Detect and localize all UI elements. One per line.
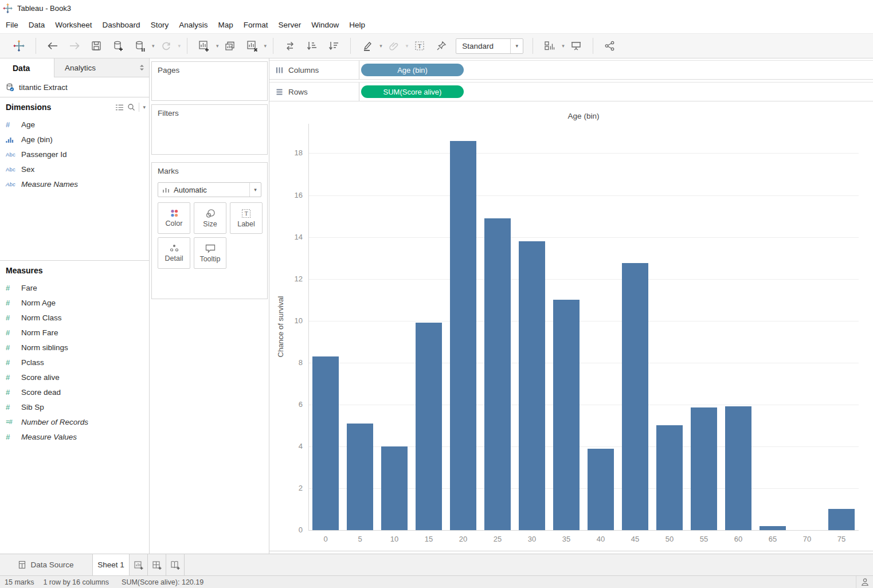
- color-button[interactable]: Color: [158, 202, 190, 234]
- new-worksheet-caret-icon[interactable]: ▾: [216, 43, 219, 49]
- detail-button[interactable]: Detail: [158, 237, 190, 269]
- mark-type-dropdown[interactable]: Automatic ▾: [158, 182, 261, 197]
- bar-age-15[interactable]: [416, 323, 442, 530]
- mark-type-caret-icon[interactable]: ▾: [249, 183, 261, 197]
- rows-pill[interactable]: SUM(Score alive): [361, 85, 464, 98]
- pane-collapse-icon[interactable]: [139, 64, 144, 71]
- dimensions-menu-caret-icon[interactable]: ▾: [143, 104, 146, 110]
- bar-age-60[interactable]: [725, 406, 751, 530]
- bar-age-45[interactable]: [622, 263, 648, 530]
- sort-ascending-icon[interactable]: [303, 37, 321, 55]
- fix-axes-icon[interactable]: [432, 37, 451, 55]
- view-data-icon[interactable]: [115, 104, 124, 111]
- clear-sheet-caret-icon[interactable]: ▾: [264, 43, 267, 49]
- swap-rows-columns-icon[interactable]: [281, 37, 299, 55]
- gridline-y-18: [308, 153, 859, 154]
- save-icon[interactable]: [87, 37, 105, 55]
- undo-icon[interactable]: [44, 37, 62, 55]
- rows-shelf[interactable]: Rows SUM(Score alive): [269, 82, 873, 101]
- bar-age-40[interactable]: [588, 449, 614, 530]
- bar-age-50[interactable]: [656, 425, 683, 530]
- filters-card[interactable]: Filters: [151, 104, 268, 155]
- dimension-age[interactable]: #Age: [0, 117, 149, 132]
- measure-label: Norm Class: [21, 313, 62, 322]
- show-me-caret-icon[interactable]: ▾: [562, 43, 565, 49]
- tab-data-source[interactable]: Data Source: [0, 554, 92, 575]
- highlight-caret-icon[interactable]: ▾: [379, 43, 382, 49]
- show-me-icon[interactable]: [541, 37, 559, 55]
- measure-norm-fare[interactable]: #Norm Fare: [0, 325, 149, 340]
- pause-auto-updates-caret-icon[interactable]: ▾: [152, 43, 155, 49]
- menu-item-format[interactable]: Format: [238, 21, 273, 29]
- tab-sheet-1[interactable]: Sheet 1: [92, 554, 130, 575]
- tab-data-label: Data: [13, 64, 30, 73]
- dimension-measure-names[interactable]: AbcMeasure Names: [0, 177, 149, 191]
- measure-number-of-records[interactable]: =#Number of Records: [0, 414, 149, 429]
- menu-item-data[interactable]: Data: [24, 21, 50, 29]
- pages-card[interactable]: Pages: [151, 61, 268, 101]
- menu-item-file[interactable]: File: [1, 21, 24, 29]
- measure-score-alive[interactable]: #Score alive: [0, 370, 149, 385]
- add-data-source-icon[interactable]: [109, 37, 127, 55]
- new-worksheet-tab-icon[interactable]: [130, 554, 148, 575]
- histogram-icon: [6, 136, 21, 143]
- menu-item-story[interactable]: Story: [146, 21, 174, 29]
- menu-item-window[interactable]: Window: [306, 21, 344, 29]
- menu-item-analysis[interactable]: Analysis: [174, 21, 213, 29]
- tab-data[interactable]: Data: [0, 58, 54, 77]
- bar-age-55[interactable]: [691, 407, 717, 530]
- tableau-home-icon[interactable]: [10, 37, 28, 55]
- measure-score-dead[interactable]: #Score dead: [0, 385, 149, 399]
- measure-measure-values[interactable]: #Measure Values: [0, 429, 149, 444]
- measure-norm-age[interactable]: #Norm Age: [0, 295, 149, 310]
- dimension-passenger-id[interactable]: AbcPassenger Id: [0, 147, 149, 162]
- sort-descending-icon[interactable]: [324, 37, 343, 55]
- measure-norm-siblings[interactable]: #Norm siblings: [0, 340, 149, 355]
- fit-dropdown[interactable]: Standard ▾: [456, 38, 523, 54]
- bar-age-75[interactable]: [828, 509, 855, 530]
- dimension-sex[interactable]: AbcSex: [0, 162, 149, 177]
- bar-age-35[interactable]: [553, 300, 580, 530]
- new-dashboard-tab-icon[interactable]: [148, 554, 166, 575]
- bar-age-0[interactable]: [312, 356, 339, 530]
- pause-auto-updates-icon[interactable]: [131, 37, 149, 55]
- duplicate-sheet-icon[interactable]: [221, 37, 240, 55]
- tooltip-button[interactable]: Tooltip: [194, 237, 226, 269]
- bar-age-30[interactable]: [519, 241, 545, 530]
- x-axis-tick-label: 60: [725, 535, 751, 543]
- measure-sib-sp[interactable]: #Sib Sp: [0, 399, 149, 414]
- redo-icon[interactable]: [65, 37, 84, 55]
- bar-age-5[interactable]: [347, 424, 373, 530]
- bar-age-65[interactable]: [760, 526, 786, 530]
- number-icon: #: [6, 328, 21, 337]
- measure-pclass[interactable]: #Pclass: [0, 355, 149, 370]
- bar-age-25[interactable]: [484, 218, 511, 530]
- clear-sheet-icon[interactable]: [243, 37, 261, 55]
- x-axis-tick-label: 5: [347, 535, 373, 543]
- highlight-icon[interactable]: [358, 37, 377, 55]
- new-story-tab-icon[interactable]: [166, 554, 185, 575]
- menu-item-help[interactable]: Help: [344, 21, 370, 29]
- find-field-icon[interactable]: [127, 103, 135, 111]
- share-icon[interactable]: [601, 37, 619, 55]
- presentation-mode-icon[interactable]: [567, 37, 585, 55]
- measure-norm-class[interactable]: #Norm Class: [0, 310, 149, 325]
- new-worksheet-icon[interactable]: [195, 37, 213, 55]
- menu-item-worksheet[interactable]: Worksheet: [50, 21, 97, 29]
- datasource-item[interactable]: titantic Extract: [0, 77, 149, 97]
- dimension-age-bin-[interactable]: Age (bin): [0, 132, 149, 147]
- menu-item-map[interactable]: Map: [213, 21, 238, 29]
- menu-item-server[interactable]: Server: [273, 21, 306, 29]
- tab-analytics[interactable]: Analytics: [54, 58, 149, 77]
- menu-item-dashboard[interactable]: Dashboard: [97, 21, 146, 29]
- show-mark-labels-icon[interactable]: T: [410, 37, 429, 55]
- user-icon[interactable]: [856, 576, 873, 588]
- bar-age-20[interactable]: [450, 141, 476, 530]
- fit-dropdown-caret-icon[interactable]: ▾: [510, 39, 523, 53]
- columns-shelf[interactable]: Columns Age (bin): [269, 60, 873, 80]
- label-button[interactable]: T Label: [230, 202, 263, 234]
- size-button[interactable]: Size: [194, 202, 226, 234]
- bar-age-10[interactable]: [381, 446, 408, 530]
- columns-pill[interactable]: Age (bin): [361, 64, 464, 76]
- measure-fare[interactable]: #Fare: [0, 280, 149, 295]
